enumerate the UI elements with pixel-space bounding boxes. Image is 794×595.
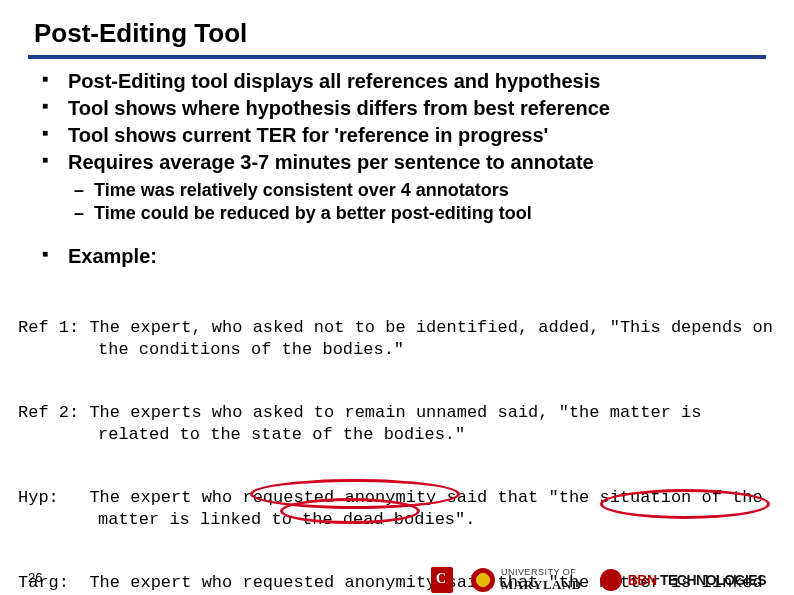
slide-title: Post-Editing Tool <box>34 18 794 49</box>
bullet-item: Requires average 3-7 minutes per sentenc… <box>38 150 766 175</box>
example-label: Example: <box>38 244 766 269</box>
example-block: Ref 1: The expert, who asked not to be i… <box>18 275 776 595</box>
sub-bullet-item: Time could be reduced by a better post-e… <box>74 202 766 225</box>
maryland-name: MARYLAND <box>501 577 582 593</box>
bbn-prefix: BBN <box>628 572 657 588</box>
bullet-item: Tool shows where hypothesis differs from… <box>38 96 766 121</box>
maryland-label: UNIVERSITY OF <box>501 568 582 577</box>
ref1-row: Ref 1: The expert, who asked not to be i… <box>18 317 776 360</box>
hyp-text: The expert who requested anonymity said … <box>89 488 773 528</box>
ref2-label: Ref 2: <box>18 403 79 422</box>
sub-bullet-item: Time was relatively consistent over 4 an… <box>74 179 766 202</box>
logo-columbia <box>431 567 453 593</box>
targ-label: Targ: <box>18 573 69 592</box>
hyp-label: Hyp: <box>18 488 59 507</box>
bullet-item: Tool shows current TER for 'reference in… <box>38 123 766 148</box>
bbn-text: BBN TECHNOLOGIES <box>628 572 766 588</box>
main-bullets: Post-Editing tool displays all reference… <box>38 69 766 175</box>
bbn-suffix: TECHNOLOGIES <box>657 572 766 588</box>
hyp-row: Hyp: The expert who requested anonymity … <box>18 487 776 530</box>
ref1-text: The expert, who asked not to be identifi… <box>89 318 783 358</box>
columbia-icon <box>431 567 453 593</box>
ref2-row: Ref 2: The experts who asked to remain u… <box>18 402 776 445</box>
logo-maryland: UNIVERSITY OF MARYLAND <box>471 568 582 593</box>
bullet-item: Post-Editing tool displays all reference… <box>38 69 766 94</box>
maryland-text: UNIVERSITY OF MARYLAND <box>501 568 582 593</box>
logo-bbn: BBN TECHNOLOGIES <box>600 569 766 591</box>
bbn-dot-icon <box>600 569 622 591</box>
maryland-seal-icon <box>471 568 495 592</box>
sub-bullets: Time was relatively consistent over 4 an… <box>74 179 766 226</box>
page-number: 26 <box>28 570 42 585</box>
ref2-text: The experts who asked to remain unnamed … <box>89 403 711 443</box>
example-bullets: Example: <box>38 244 766 269</box>
slide: Post-Editing Tool Post-Editing tool disp… <box>0 18 794 595</box>
title-rule <box>28 55 766 59</box>
footer-logos: UNIVERSITY OF MARYLAND BBN TECHNOLOGIES <box>431 567 766 593</box>
content-area: Post-Editing tool displays all reference… <box>28 69 766 269</box>
ref1-label: Ref 1: <box>18 318 79 337</box>
